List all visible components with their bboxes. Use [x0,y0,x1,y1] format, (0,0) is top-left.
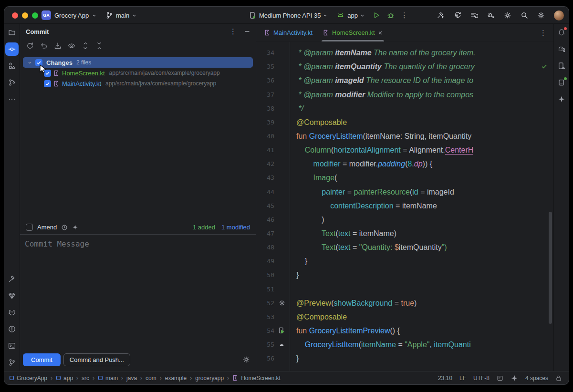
breadcrumb-item[interactable]: GroceryApp [9,375,47,382]
code-viewport[interactable]: 3334 * @param itemName The name of the g… [256,42,553,371]
chevron-down-icon[interactable] [26,61,33,65]
tool-strip-more-tool-windows[interactable] [5,93,19,106]
breadcrumb-item[interactable]: main [98,375,118,382]
device-preview-gutter-icon[interactable] [274,341,289,348]
preview-diff-icon[interactable] [66,41,77,51]
tool-strip-problems[interactable] [5,322,19,336]
run-button[interactable] [373,11,380,19]
editor-scrollbar[interactable] [549,212,552,324]
main-body: Commit ⋮ Changes 2 files HomeScreen.ktap… [4,24,569,371]
inspections-ok-icon[interactable] [541,63,548,70]
reader-mode-icon[interactable] [497,375,503,382]
breadcrumb-item[interactable]: groceryapp [195,375,224,382]
tool-strip-notifications[interactable] [555,26,568,39]
changed-file-row[interactable]: HomeScreen.ktapp/src/main/java/com/examp… [20,68,256,78]
build-run-icon[interactable] [437,11,445,19]
device-phone-icon [249,11,256,19]
close-icon[interactable] [378,31,383,35]
breadcrumb-item[interactable]: example [165,375,187,382]
tool-strip-pull-requests[interactable] [5,76,19,89]
breadcrumb-separator: › [190,375,192,382]
tool-strip-device-manager[interactable] [555,76,568,89]
commit-button[interactable]: Commit [23,353,61,366]
code-line: 42 modifier = modifier.padding(8.dp)) { [256,157,553,171]
run-configuration[interactable]: app [347,12,358,19]
breadcrumb-item[interactable]: src [82,375,89,382]
changes-checkbox[interactable] [35,59,42,66]
tab-mainactivity-kt[interactable]: MainActivity.kt [259,24,318,41]
more-actions-button[interactable]: ⋮ [401,11,408,20]
line-separator-widget[interactable]: LF [459,375,466,382]
tool-strip-project[interactable] [5,26,19,39]
commit-options-button[interactable]: ⋮ [229,27,237,36]
code-line: 41 Column(horizontalAlignment = Alignmen… [256,143,553,157]
tab-homescreen-kt[interactable]: HomeScreen.kt [318,24,388,41]
attach-debugger-icon[interactable] [487,11,495,19]
device-selector[interactable]: Medium Phone API 35 [259,12,321,19]
line-number: 47 [256,230,274,237]
zoom-window-button[interactable] [32,12,38,19]
breadcrumb-item[interactable]: com [146,375,156,382]
file-checkbox[interactable] [44,70,51,77]
code-text: @Preview(showBackground = true) [289,299,417,308]
breadcrumb-item[interactable]: app [56,375,73,382]
debug-button[interactable] [387,11,395,19]
tool-strip-build[interactable] [5,272,19,286]
breadcrumb-item[interactable]: java [126,375,137,382]
history-icon[interactable] [61,224,68,231]
ai-sparkle-icon[interactable] [72,224,78,230]
hide-tool-window-button[interactable] [244,29,250,34]
apply-changes-icon[interactable] [454,11,461,19]
code-text: @Composable [289,118,347,127]
tool-strip-gradle[interactable] [555,42,568,56]
rollback-icon[interactable] [39,41,49,51]
minimize-window-button[interactable] [22,12,28,19]
run-preview-gutter-icon[interactable] [274,327,289,334]
changes-root-row[interactable]: Changes 2 files [23,57,253,68]
project-widget[interactable]: GA Grocery App [42,7,96,24]
editor-options-button[interactable]: ⋮ [540,29,547,37]
shelve-icon[interactable] [52,41,63,51]
collapse-all-icon[interactable] [94,41,104,51]
chevron-down-icon [360,13,365,18]
branch-widget[interactable]: main [105,7,136,24]
code-line: 35 * @param itemQuantity The quantity of… [256,60,553,73]
tool-strip-logcat[interactable] [5,306,19,319]
caret-position-widget[interactable]: 23:10 [438,375,452,382]
tool-strip-resource-manager[interactable] [5,59,19,72]
file-encoding-widget[interactable]: UTF-8 [473,375,490,382]
breadcrumb-label: java [126,375,137,382]
preview-settings-gutter-icon[interactable] [274,299,289,306]
breadcrumb-item[interactable]: HomeScreen.kt [232,375,281,382]
line-number: 49 [256,258,274,265]
gradle-sync-icon[interactable] [504,11,511,19]
build-list-icon[interactable] [470,11,478,19]
tool-strip-version-control[interactable] [5,356,19,369]
ai-assistant-icon[interactable] [510,374,518,382]
changed-file-row[interactable]: MainActivity.ktapp/src/main/java/com/exa… [20,78,256,89]
refresh-icon[interactable] [25,41,35,51]
commit-and-push-button[interactable]: Commit and Push... [63,353,130,366]
tool-strip-running-devices[interactable] [555,59,568,72]
user-avatar[interactable] [554,10,564,21]
code-text: Text(text = itemName) [289,229,396,238]
settings-icon[interactable] [537,11,545,19]
commit-settings-gear-icon[interactable] [242,356,250,363]
file-writable-icon[interactable] [555,375,562,382]
file-checkbox[interactable] [44,80,51,87]
tool-strip-commit[interactable] [5,42,19,56]
close-window-button[interactable] [12,12,18,19]
commit-message-area[interactable]: Commit Message [20,235,256,351]
tool-strip-terminal[interactable] [5,339,19,352]
search-everywhere-icon[interactable] [521,11,528,19]
indent-style-widget[interactable]: 4 spaces [525,375,548,382]
breadcrumb-label: HomeScreen.kt [241,375,281,382]
tool-strip-gemini-assistant[interactable] [555,93,568,106]
expand-all-icon[interactable] [80,41,91,51]
breadcrumb-separator: › [76,375,78,382]
code-text: painter = painterResource(id = imageId [289,187,454,196]
tool-strip-app-quality-insights[interactable] [5,289,19,302]
code-text: * @param modifier Modifier to apply to t… [289,90,473,99]
amend-checkbox[interactable] [26,224,33,231]
line-number: 33 [256,42,274,42]
